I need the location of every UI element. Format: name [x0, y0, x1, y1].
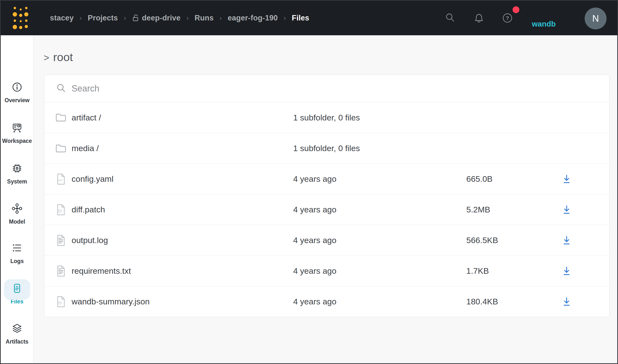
sidebar-item-workspace[interactable]: Workspace [1, 120, 33, 144]
unlocked-padlock-icon [132, 14, 139, 22]
files-page: > root [34, 35, 617, 363]
file-modified: 4 years ago [293, 286, 336, 317]
path-root-label[interactable]: root [53, 50, 73, 64]
svg-text:{}: {} [58, 301, 62, 305]
sidebar-item-model[interactable]: Model [1, 201, 33, 225]
sidebar-item-label: System [1, 178, 33, 185]
breadcrumb-projects[interactable]: Projects [88, 14, 118, 22]
file-size: 665.0B [466, 164, 493, 194]
text-file-icon [54, 256, 67, 286]
sidebar-item-logs[interactable]: Logs [1, 240, 33, 265]
folder-contents: 1 subfolder, 0 files [293, 133, 360, 164]
text-file-icon [54, 225, 67, 256]
download-button[interactable] [560, 225, 573, 256]
sidebar-item-artifacts[interactable]: Artifacts [1, 321, 33, 345]
file-row-wandb-summary-json[interactable]: {} wandb-summary.json 4 years ago 180.4K… [44, 286, 609, 317]
file-search-row [44, 75, 609, 102]
file-size: 180.4KB [466, 286, 498, 317]
layers-icon [1, 321, 33, 336]
file-row-diff-patch[interactable]: {} diff.patch 4 years ago 5.2MB [44, 194, 609, 225]
top-navbar: stacey › Projects › deep-drive › Runs › … [1, 1, 617, 35]
file-name: artifact / [72, 102, 101, 133]
download-button[interactable] [560, 164, 573, 194]
breadcrumb-separator: › [219, 14, 222, 22]
breadcrumb-entity[interactable]: stacey [50, 14, 74, 22]
files-document-icon [1, 281, 33, 296]
file-row-artifact-folder[interactable]: artifact / 1 subfolder, 0 files [44, 102, 609, 133]
file-name: output.log [72, 225, 108, 256]
file-size: 5.2MB [466, 195, 490, 225]
file-row-requirements-txt[interactable]: requirements.txt 4 years ago 1.7KB [44, 256, 609, 286]
breadcrumb-separator: › [80, 14, 82, 22]
braces-file-icon: {} [54, 195, 67, 225]
svg-text:{}: {} [58, 209, 62, 213]
file-row-config-yaml[interactable]: </> config.yaml 4 years ago 665.0B [44, 164, 609, 194]
svg-text:</>: </> [58, 178, 63, 181]
file-name: media / [72, 133, 99, 164]
list-icon [1, 240, 33, 256]
file-search-input[interactable] [71, 75, 510, 102]
folder-icon [54, 102, 67, 133]
breadcrumb-separator: › [124, 14, 126, 22]
folder-icon [54, 133, 67, 164]
brand-link[interactable]: wandb [524, 20, 563, 28]
breadcrumb-runs[interactable]: Runs [195, 14, 214, 22]
sidebar-item-label: Logs [1, 258, 33, 265]
model-graph-icon [1, 201, 33, 216]
cpu-chip-icon [1, 161, 33, 176]
sidebar-item-overview[interactable]: Overview [1, 79, 33, 104]
folder-contents: 1 subfolder, 0 files [293, 102, 360, 133]
wandb-logo-icon[interactable] [12, 5, 29, 31]
file-row-output-log[interactable]: output.log 4 years ago 566.5KB [44, 225, 609, 256]
sidebar-item-files[interactable]: Files [1, 281, 33, 305]
file-list: artifact / 1 subfolder, 0 files media / … [44, 102, 609, 317]
wandb-app-window: stacey › Projects › deep-drive › Runs › … [0, 0, 618, 364]
help-icon[interactable]: ? [502, 13, 513, 23]
breadcrumb-project[interactable]: deep-drive [142, 14, 181, 22]
file-modified: 4 years ago [293, 195, 336, 225]
sidebar-item-system[interactable]: System [1, 161, 33, 185]
breadcrumb-separator: › [187, 14, 189, 22]
search-icon [55, 75, 68, 102]
avatar-initial: N [592, 13, 599, 24]
breadcrumb-files-current[interactable]: Files [292, 14, 309, 22]
path-chevron: > [44, 52, 49, 63]
file-modified: 4 years ago [293, 164, 336, 194]
bell-icon[interactable] [474, 13, 484, 23]
breadcrumb-separator: › [284, 14, 286, 22]
download-button[interactable] [560, 286, 573, 317]
avatar[interactable]: N [585, 8, 606, 29]
sidebar-item-label: Workspace [1, 137, 33, 144]
breadcrumb: stacey › Projects › deep-drive › Runs › … [50, 1, 309, 35]
braces-file-icon: {} [54, 286, 67, 317]
file-row-media-folder[interactable]: media / 1 subfolder, 0 files [44, 133, 609, 164]
file-name: diff.patch [72, 195, 105, 225]
file-browser-card: artifact / 1 subfolder, 0 files media / … [44, 75, 609, 317]
file-name: config.yaml [72, 164, 113, 194]
code-file-icon: </> [54, 164, 67, 194]
run-sidebar: Overview Workspace [1, 35, 33, 363]
file-name: wandb-summary.json [72, 286, 150, 317]
sidebar-item-label: Overview [1, 97, 33, 104]
workspace-easel-icon [1, 120, 33, 135]
info-icon [1, 79, 33, 95]
breadcrumb-run-name[interactable]: eager-fog-190 [228, 14, 278, 22]
file-modified: 4 years ago [293, 256, 336, 286]
file-size: 1.7KB [466, 256, 489, 286]
download-button[interactable] [560, 256, 573, 286]
file-path-heading: > root [44, 50, 73, 64]
svg-text:?: ? [506, 15, 509, 21]
notification-badge [512, 6, 519, 13]
search-icon[interactable] [445, 13, 456, 23]
download-button[interactable] [560, 195, 573, 225]
sidebar-item-label: Model [1, 218, 33, 225]
file-modified: 4 years ago [293, 225, 336, 256]
sidebar-item-label: Artifacts [1, 338, 33, 345]
file-name: requirements.txt [72, 256, 131, 286]
file-size: 566.5KB [466, 225, 498, 256]
